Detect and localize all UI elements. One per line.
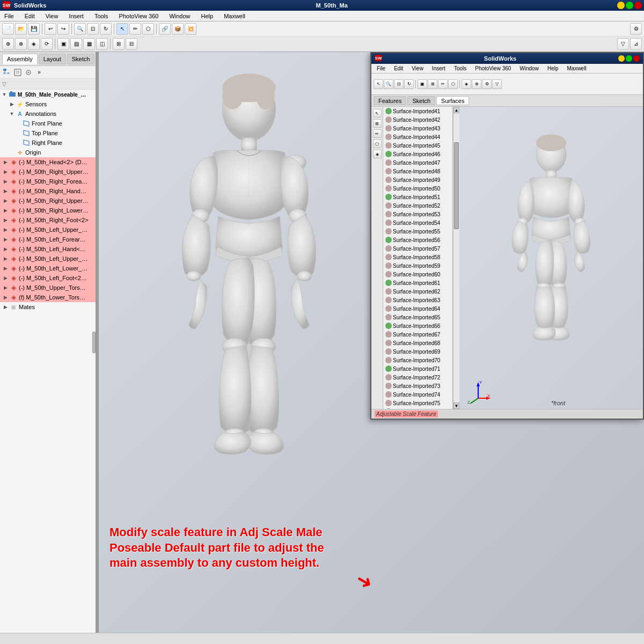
menu-help[interactable]: Help xyxy=(199,12,216,20)
fm-icon-config[interactable] xyxy=(24,68,33,77)
tb-r2-2[interactable]: ⊗ xyxy=(15,38,27,50)
sw2-scrollbar[interactable]: ▲ ▼ xyxy=(453,107,459,409)
tree-left-forearm[interactable]: ▶ ◈ (-) M_50th_Left_Forearm<1 xyxy=(0,235,96,244)
3d-viewport[interactable]: SW SolidWorks File Edit View Insert Tool… xyxy=(99,52,644,633)
tb-r2-6[interactable]: ▨ xyxy=(70,38,82,50)
sw2-tb-11[interactable]: ⚙ xyxy=(482,79,492,89)
tb-component-btn[interactable]: 📦 xyxy=(172,23,184,35)
tb-mate-btn[interactable]: 🔗 xyxy=(159,23,171,35)
tree-upper-torso[interactable]: ▶ ◈ (-) M_50th_Upper_Torso<1> xyxy=(0,283,96,292)
surface-item-33[interactable]: Surface-Imported74 xyxy=(383,390,452,399)
tb-r2-5[interactable]: ▣ xyxy=(57,38,69,50)
surface-item-0[interactable]: Surface-Imported41 xyxy=(383,107,452,115)
lul-expander[interactable]: ▶ xyxy=(2,255,9,262)
tab-sketch[interactable]: Sketch xyxy=(67,54,95,64)
sw2-close-btn[interactable] xyxy=(633,55,640,62)
surface-item-10[interactable]: Surface-Imported51 xyxy=(383,193,452,201)
surface-item-8[interactable]: Surface-Imported49 xyxy=(383,175,452,184)
sw2-tb-8[interactable]: ⬡ xyxy=(448,79,458,89)
rh-expander[interactable]: ▶ xyxy=(2,188,9,194)
tb-options-btn[interactable]: ⚙ xyxy=(630,23,642,35)
surface-item-32[interactable]: Surface-Imported73 xyxy=(383,382,452,390)
sw2-tb-10[interactable]: ⊕ xyxy=(472,79,481,89)
tree-root[interactable]: ▼ M_50th_Male_Poseable_Default xyxy=(0,90,96,99)
tb-r2-7[interactable]: ▦ xyxy=(83,38,95,50)
surface-item-7[interactable]: Surface-Imported48 xyxy=(383,167,452,175)
sw2-menu-window[interactable]: Window xyxy=(517,64,541,72)
menu-photoview[interactable]: PhotoView 360 xyxy=(117,12,161,20)
surface-item-3[interactable]: Surface-Imported44 xyxy=(383,133,452,141)
tb-r2-9[interactable]: ⊞ xyxy=(113,38,125,50)
tab-assembly[interactable]: Assembly xyxy=(2,54,38,64)
tree-origin[interactable]: ✛ Origin xyxy=(0,148,96,157)
sw2-3d-viewport[interactable]: Y X Z *front xyxy=(459,107,643,409)
lfa-expander[interactable]: ▶ xyxy=(2,236,9,243)
tree-right-upper-leg[interactable]: ▶ ◈ (-) M_50th_Right_Upper_Le xyxy=(0,196,96,206)
tb-explode-btn[interactable]: 💥 xyxy=(185,23,196,35)
sw2-side-4[interactable]: ⬡ xyxy=(373,140,382,148)
lua-expander[interactable]: ▶ xyxy=(2,226,9,233)
surface-item-13[interactable]: Surface-Imported54 xyxy=(383,218,452,227)
surface-item-11[interactable]: Surface-Imported52 xyxy=(383,201,452,210)
tb-redo-btn[interactable]: ↪ xyxy=(57,23,69,35)
surface-item-2[interactable]: Surface-Imported43 xyxy=(383,124,452,133)
tb-rotate-btn[interactable]: ↻ xyxy=(100,23,112,35)
sw2-tb-5[interactable]: ▣ xyxy=(418,79,427,89)
menu-maxwell[interactable]: Maxwell xyxy=(222,12,247,20)
surface-item-15[interactable]: Surface-Imported56 xyxy=(383,236,452,244)
tb-fit-btn[interactable]: ⊡ xyxy=(87,23,99,35)
sw2-menu-edit[interactable]: Edit xyxy=(392,64,405,72)
surface-item-23[interactable]: Surface-Imported64 xyxy=(383,304,452,313)
surface-item-5[interactable]: Surface-Imported46 xyxy=(383,150,452,158)
fm-icon-tree[interactable] xyxy=(2,68,12,77)
surface-item-4[interactable]: Surface-Imported45 xyxy=(383,141,452,150)
sw2-menu-help[interactable]: Help xyxy=(545,64,561,72)
tree-left-lower-leg[interactable]: ▶ ◈ (-) M_50th_Left_Lower_Leg- xyxy=(0,264,96,273)
minimize-button[interactable] xyxy=(617,2,625,9)
fm-icon-more[interactable]: » xyxy=(34,68,44,77)
tree-sensors[interactable]: ▶ ⚡ Sensors xyxy=(0,99,96,109)
tree-top-plane[interactable]: Top Plane xyxy=(0,128,96,138)
sw2-tab-sketch[interactable]: Sketch xyxy=(407,96,435,105)
surface-item-18[interactable]: Surface-Imported59 xyxy=(383,261,452,270)
annotations-expander[interactable]: ▼ xyxy=(9,111,15,117)
surface-item-25[interactable]: Surface-Imported66 xyxy=(383,321,452,330)
sw2-tb-7[interactable]: ✏ xyxy=(438,79,448,89)
scroll-track[interactable] xyxy=(453,113,459,402)
sw2-menu-photoview[interactable]: PhotoView 360 xyxy=(473,64,513,72)
tb-feature-btn[interactable]: ⬡ xyxy=(142,23,154,35)
tree-left-upper-arm[interactable]: ▶ ◈ (-) M_50th_Left_Upper_Arm xyxy=(0,225,96,235)
tb-sketch-btn[interactable]: ✏ xyxy=(129,23,141,35)
sw2-menu-insert[interactable]: Insert xyxy=(430,64,448,72)
root-expander[interactable]: ▼ xyxy=(1,91,8,98)
sw2-side-2[interactable]: ⊞ xyxy=(373,119,382,128)
sw2-tb-1[interactable]: ↖ xyxy=(374,79,383,89)
lll-expander[interactable]: ▶ xyxy=(2,265,9,272)
tb-new-btn[interactable]: 📄 xyxy=(2,23,14,35)
tree-lower-torso[interactable]: ▶ ◈ (f) M_50th_Lower_Torso<1> xyxy=(0,292,96,302)
menu-file[interactable]: File xyxy=(2,12,16,20)
tree-annotations[interactable]: ▼ A Annotations xyxy=(0,109,96,119)
scroll-thumb[interactable] xyxy=(454,142,459,229)
sw2-side-3[interactable]: ✏ xyxy=(373,129,382,138)
ut-expander[interactable]: ▶ xyxy=(2,284,9,291)
tree-right-forearm[interactable]: ▶ ◈ (-) M_50th_Right_Forearm< xyxy=(0,177,96,186)
menu-view[interactable]: View xyxy=(43,12,61,20)
tree-front-plane[interactable]: Front Plane xyxy=(0,119,96,128)
menu-tools[interactable]: Tools xyxy=(92,12,111,20)
sw2-tab-features[interactable]: Features xyxy=(374,96,406,105)
tree-head[interactable]: ▶ ◈ (-) M_50th_Head<2> (Defa xyxy=(0,157,96,167)
surface-item-24[interactable]: Surface-Imported65 xyxy=(383,313,452,321)
rul-expander[interactable]: ▶ xyxy=(2,197,9,204)
sw2-menu-file[interactable]: File xyxy=(375,64,387,72)
surface-item-34[interactable]: Surface-Imported75 xyxy=(383,399,452,407)
lh-expander[interactable]: ▶ xyxy=(2,246,9,252)
tree-left-hand[interactable]: ▶ ◈ (-) M_50th_Left_Hand<1> ( xyxy=(0,244,96,254)
surface-item-31[interactable]: Surface-Imported72 xyxy=(383,373,452,382)
surface-item-29[interactable]: Surface-Imported70 xyxy=(383,356,452,364)
tree-left-upper-leg[interactable]: ▶ ◈ (-) M_50th_Left_Upper_Leg xyxy=(0,254,96,264)
tb-undo-btn[interactable]: ↩ xyxy=(45,23,56,35)
surface-item-12[interactable]: Surface-Imported53 xyxy=(383,210,452,218)
rua-expander[interactable]: ▶ xyxy=(2,169,9,175)
tb-r2-filter[interactable]: ▽ xyxy=(617,38,629,50)
